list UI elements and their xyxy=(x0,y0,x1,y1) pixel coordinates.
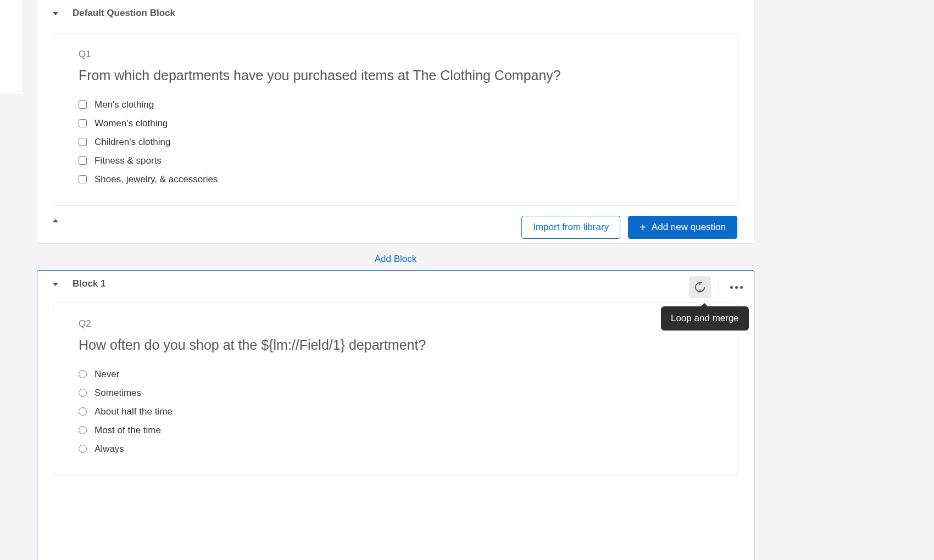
choice-label[interactable]: Sometimes xyxy=(94,388,141,399)
chevron-up-icon[interactable] xyxy=(53,219,58,222)
loop-and-merge-tooltip: Loop and merge xyxy=(661,306,749,331)
checkbox-icon[interactable] xyxy=(79,100,87,109)
choice-label[interactable]: About half the time xyxy=(94,406,173,417)
add-block-link[interactable]: Add Block xyxy=(37,250,754,268)
question-text[interactable]: From which departments have you purchase… xyxy=(79,66,713,85)
choice-label[interactable]: Men's clothing xyxy=(94,99,154,110)
choice-item[interactable]: Never xyxy=(79,365,713,384)
choice-item[interactable]: Men's clothing xyxy=(79,96,713,114)
choice-item[interactable]: Women's clothing xyxy=(79,114,713,133)
choice-list: Men's clothing Women's clothing Children… xyxy=(79,96,713,189)
question-id: Q2 xyxy=(79,318,713,329)
block-title[interactable]: Block 1 xyxy=(73,278,105,289)
chevron-down-icon[interactable] xyxy=(53,12,58,15)
dot-icon xyxy=(735,286,738,289)
radio-icon[interactable] xyxy=(79,370,87,378)
vertical-separator xyxy=(719,281,719,294)
choice-label[interactable]: Most of the time xyxy=(94,425,161,436)
choice-label[interactable]: Never xyxy=(94,369,119,380)
dot-icon xyxy=(740,286,743,289)
plus-icon: + xyxy=(640,222,646,233)
add-new-question-label: Add new question xyxy=(652,222,726,233)
choice-item[interactable]: Fitness & sports xyxy=(79,152,713,170)
survey-editor-canvas: Default Question Block Q1 From which dep… xyxy=(0,0,934,560)
add-block-label: Add Block xyxy=(375,254,417,264)
choice-label[interactable]: Shoes, jewelry, & accessories xyxy=(94,174,218,185)
import-from-library-button[interactable]: Import from library xyxy=(521,216,620,239)
checkbox-icon[interactable] xyxy=(79,175,87,183)
choice-label[interactable]: Children's clothing xyxy=(94,137,170,148)
choice-item[interactable]: About half the time xyxy=(79,402,713,421)
radio-icon[interactable] xyxy=(79,426,87,434)
question-id: Q1 xyxy=(79,49,713,60)
tooltip-text: Loop and merge xyxy=(671,313,739,323)
loop-and-merge-button[interactable] xyxy=(689,276,711,298)
block-footer: Import from library + Add new question xyxy=(37,206,754,250)
radio-icon[interactable] xyxy=(79,407,87,416)
choice-item[interactable]: Always xyxy=(79,440,713,458)
block-actions xyxy=(689,276,746,298)
choice-label[interactable]: Always xyxy=(94,444,124,455)
left-gutter xyxy=(0,0,22,94)
tooltip-arrow-icon xyxy=(700,303,708,307)
question-card-q1[interactable]: Q1 From which departments have you purch… xyxy=(53,33,738,206)
choice-item[interactable]: Shoes, jewelry, & accessories xyxy=(79,170,713,189)
choice-label[interactable]: Women's clothing xyxy=(94,118,168,129)
choice-item[interactable]: Most of the time xyxy=(79,421,713,440)
choice-item[interactable]: Children's clothing xyxy=(79,133,713,152)
block-block-1[interactable]: Block 1 Q2 xyxy=(37,270,754,560)
chevron-down-icon[interactable] xyxy=(53,283,58,286)
choice-list: Never Sometimes About half the time Most… xyxy=(79,365,713,458)
radio-icon[interactable] xyxy=(79,389,87,397)
choice-label[interactable]: Fitness & sports xyxy=(94,155,162,166)
dot-icon xyxy=(730,286,733,289)
loop-merge-icon xyxy=(694,281,706,293)
checkbox-icon[interactable] xyxy=(79,119,87,127)
block-title[interactable]: Default Question Block xyxy=(73,8,175,19)
question-card-q2[interactable]: Q2 How often do you shop at the ${lm://F… xyxy=(53,303,738,475)
block-header[interactable]: Block 1 xyxy=(37,271,754,297)
block-header[interactable]: Default Question Block xyxy=(37,0,754,26)
checkbox-icon[interactable] xyxy=(79,156,87,165)
question-text[interactable]: How often do you shop at the ${lm://Fiel… xyxy=(79,336,713,354)
import-from-library-label: Import from library xyxy=(533,222,609,233)
add-new-question-button[interactable]: + Add new question xyxy=(628,216,737,239)
checkbox-icon[interactable] xyxy=(79,138,87,146)
block-default-question-block[interactable]: Default Question Block Q1 From which dep… xyxy=(37,0,754,244)
choice-item[interactable]: Sometimes xyxy=(79,384,713,402)
more-options-button[interactable] xyxy=(727,283,746,292)
radio-icon[interactable] xyxy=(79,445,87,453)
